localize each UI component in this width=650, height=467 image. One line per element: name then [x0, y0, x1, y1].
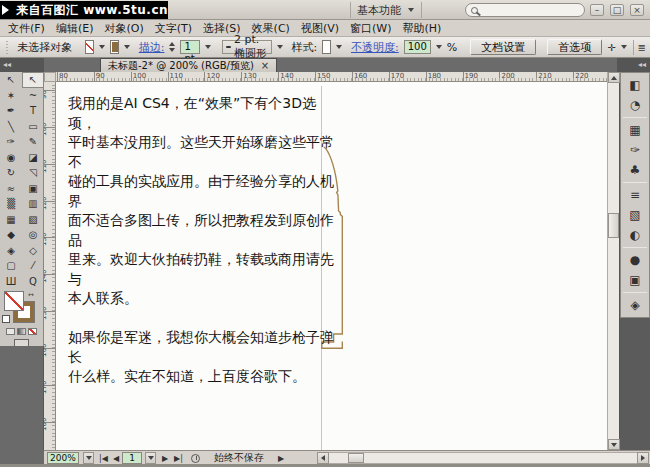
stroke-weight-value[interactable]: 1 pt: [180, 40, 199, 54]
warp-tool[interactable]: ≈: [0, 181, 22, 197]
fill-stroke-indicator[interactable]: ↔: [0, 291, 43, 325]
menu-item[interactable]: 文件(F): [8, 21, 45, 36]
menu-item[interactable]: 文字(T): [155, 21, 192, 36]
workspace-switcher[interactable]: 基本功能: [350, 2, 422, 18]
appearance-panel-icon[interactable]: ●: [621, 250, 649, 270]
rectangle-tool[interactable]: ▭: [22, 119, 44, 135]
previous-artboard-button[interactable]: ◀: [111, 452, 121, 464]
scroll-down-button[interactable]: [608, 439, 620, 450]
tools-panel-header[interactable]: ◂◂: [0, 58, 44, 72]
fill-indicator-swatch[interactable]: [4, 291, 24, 311]
panel-grip[interactable]: [6, 41, 8, 54]
eraser-tool[interactable]: ◪: [22, 150, 44, 166]
symbols-panel-icon[interactable]: ♣: [621, 160, 649, 180]
scroll-up-button[interactable]: [608, 72, 620, 83]
pencil-tool[interactable]: ✎: [22, 134, 44, 150]
canvas-text-block[interactable]: 我用的是AI CS4，在“效果”下有个3D选项， 平时基本没用到。这些天开始琢磨…: [68, 94, 336, 387]
transparency-panel-icon[interactable]: ◐: [621, 225, 649, 245]
gradient-panel-icon[interactable]: ▧: [621, 205, 649, 225]
brush-definition-dropdown[interactable]: 2 pt. 椭圆形: [222, 40, 272, 54]
artboard-tool[interactable]: ▢: [0, 258, 22, 274]
close-button[interactable]: ×: [630, 4, 644, 16]
paintbrush-tool[interactable]: ✑: [0, 134, 22, 150]
left-ruler[interactable]: 90100110120130140150160170180: [44, 82, 56, 450]
swatches-panel-icon[interactable]: ▦: [621, 120, 649, 140]
stroke-weight-stepper[interactable]: [169, 42, 175, 52]
top-ruler[interactable]: 8090100110120130140150160170180190200210…: [56, 72, 607, 82]
layers-panel-icon[interactable]: ◈: [621, 295, 649, 315]
vertical-scrollbar-thumb[interactable]: [608, 213, 619, 238]
fill-color-swatch[interactable]: [85, 40, 94, 54]
brush-dropdown-icon[interactable]: [277, 40, 283, 54]
gradient-mode-button[interactable]: [17, 328, 26, 335]
artboard-dropdown-button[interactable]: [145, 452, 156, 464]
live-paint-bucket-tool[interactable]: ◈: [0, 243, 22, 259]
vertical-scrollbar[interactable]: [607, 72, 619, 450]
menu-item[interactable]: 帮助(H): [402, 21, 441, 36]
dock-panel-header[interactable]: ◂◂: [617, 58, 650, 72]
menu-item[interactable]: 窗口(W): [350, 21, 391, 36]
hand-tool[interactable]: Ш: [0, 274, 22, 290]
artboard-number-field[interactable]: 1: [122, 452, 142, 464]
mesh-tool[interactable]: ▦: [0, 212, 22, 228]
stroke-color-swatch[interactable]: [110, 40, 119, 54]
more-options-dropdown-icon[interactable]: [620, 40, 629, 54]
pen-tool[interactable]: ✒: [0, 103, 22, 119]
ruler-corner[interactable]: [44, 72, 56, 82]
default-fill-stroke-icon[interactable]: [2, 315, 10, 323]
lasso-tool[interactable]: ~: [22, 88, 44, 104]
color-mode-button[interactable]: [6, 328, 15, 335]
first-artboard-button[interactable]: |◀: [97, 452, 110, 464]
zoom-dropdown-button[interactable]: [83, 452, 94, 464]
document-tab[interactable]: 未标题-2* @ 200% (RGB/预览) ×: [100, 58, 277, 72]
eyedropper-tool[interactable]: ◆: [0, 227, 22, 243]
swap-fill-stroke-icon[interactable]: ↔: [28, 291, 34, 299]
next-artboard-button[interactable]: ▶: [160, 452, 170, 464]
last-artboard-button[interactable]: ▶|: [172, 452, 185, 464]
opacity-panel-link[interactable]: 不透明度:: [351, 40, 399, 55]
none-mode-button[interactable]: [28, 328, 37, 335]
scroll-left-button[interactable]: [317, 452, 329, 464]
panel-menu-icon[interactable]: ≣: [638, 42, 646, 53]
menu-item[interactable]: 对象(O): [104, 21, 143, 36]
document-setup-button[interactable]: 文档设置: [470, 39, 536, 55]
style-dropdown-icon[interactable]: [336, 40, 342, 54]
rotate-tool[interactable]: ↻: [0, 165, 22, 181]
maximize-button[interactable]: □: [610, 4, 624, 16]
tab-close-icon[interactable]: ×: [261, 60, 269, 72]
search-box[interactable]: [465, 3, 585, 17]
graph-tool[interactable]: ▥: [22, 196, 44, 212]
line-segment-tool[interactable]: ╲: [0, 119, 22, 135]
selection-tool[interactable]: ↖: [0, 72, 22, 88]
blob-brush-tool[interactable]: ◉: [0, 150, 22, 166]
free-transform-tool[interactable]: ▣: [22, 181, 44, 197]
opacity-dropdown-icon[interactable]: [436, 40, 442, 54]
zoom-tool[interactable]: Q: [22, 274, 44, 290]
status-menu-button[interactable]: ▶: [276, 452, 286, 464]
menu-item[interactable]: 视图(V): [301, 21, 339, 36]
menu-item[interactable]: 编辑(E): [56, 21, 94, 36]
preferences-button[interactable]: 首选项: [547, 39, 602, 55]
scroll-right-button[interactable]: [637, 452, 649, 464]
brushes-panel-icon[interactable]: ✑: [621, 140, 649, 160]
gradient-tool[interactable]: ▧: [22, 212, 44, 228]
symbol-sprayer-tool[interactable]: ▒: [0, 196, 22, 212]
graphic-styles-panel-icon[interactable]: ▣: [621, 270, 649, 290]
stroke-panel-link[interactable]: 描边:: [139, 40, 165, 55]
scale-tool[interactable]: ◹: [22, 165, 44, 181]
color-guide-panel-icon[interactable]: ◔: [621, 95, 649, 115]
slice-tool[interactable]: ⁄: [22, 258, 44, 274]
direct-selection-tool[interactable]: ↖: [22, 72, 44, 88]
align-options-icon[interactable]: ✛: [607, 42, 615, 53]
horizontal-scrollbar[interactable]: [317, 452, 648, 464]
color-panel-icon[interactable]: ◧: [621, 75, 649, 95]
magic-wand-tool[interactable]: ✶: [0, 88, 22, 104]
stroke-dropdown-icon[interactable]: [124, 40, 130, 54]
canvas[interactable]: 我用的是AI CS4，在“效果”下有个3D选项， 平时基本没用到。这些天开始琢磨…: [56, 82, 607, 450]
search-input[interactable]: [482, 4, 577, 16]
opacity-value[interactable]: 100: [404, 40, 431, 54]
minimize-button[interactable]: –: [590, 4, 604, 16]
zoom-level-field[interactable]: 200%: [47, 452, 79, 464]
style-swatch[interactable]: [322, 40, 331, 54]
blend-tool[interactable]: ◎: [22, 227, 44, 243]
